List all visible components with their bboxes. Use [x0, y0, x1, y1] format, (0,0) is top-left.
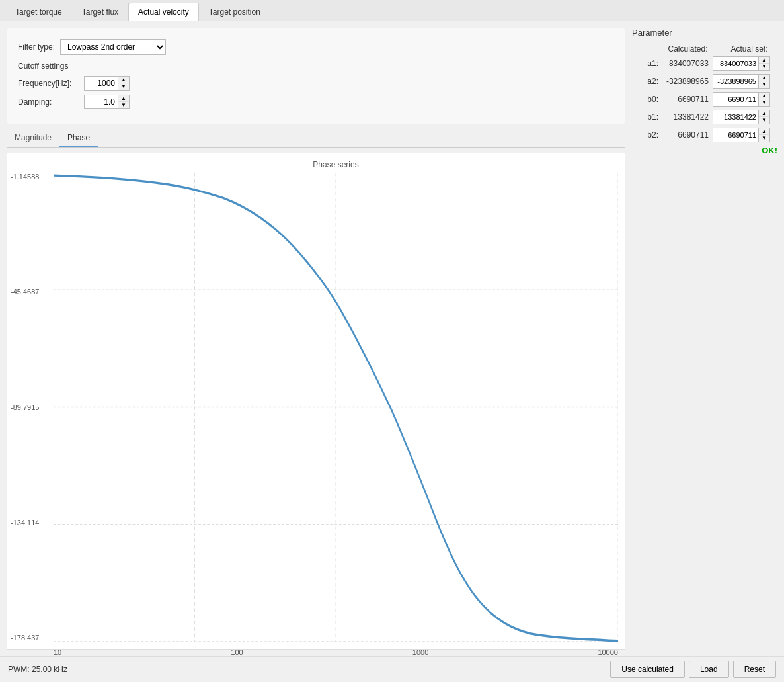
y-label-4: -178.437	[11, 634, 39, 642]
param-name-b1: b1:	[632, 112, 658, 122]
param-name-b0: b0:	[632, 95, 658, 104]
tab-actual-velocity[interactable]: Actual velocity	[128, 3, 199, 21]
param-name-a2: a2:	[632, 77, 658, 86]
frequency-spinner-btns: ▲ ▼	[118, 77, 129, 90]
right-panel: Parameter Calculated: Actual set: a1: 83…	[632, 28, 777, 650]
tab-target-flux[interactable]: Target flux	[72, 3, 128, 21]
damping-spinner-btns: ▲ ▼	[118, 95, 129, 108]
a2-spinner-btns: ▲ ▼	[758, 75, 769, 88]
param-row-a1: a1: 834007033 ▲ ▼	[632, 56, 777, 71]
tab-target-torque[interactable]: Target torque	[5, 3, 72, 21]
param-actual-b1[interactable]: ▲ ▼	[713, 110, 770, 124]
param-header-row: Calculated: Actual set:	[632, 44, 777, 54]
load-button[interactable]: Load	[689, 661, 729, 678]
tab-target-position[interactable]: Target position	[199, 3, 270, 21]
left-panel: Filter type: Lowpass 2nd order Highpass …	[7, 28, 625, 650]
chart-inner: -1.14588 -45.4687 -89.7915 -134.114 -178…	[54, 173, 618, 642]
reset-button[interactable]: Reset	[733, 661, 776, 678]
param-row-a2: a2: -323898965 ▲ ▼	[632, 74, 777, 89]
param-calc-b1: 13381422	[662, 112, 709, 122]
damping-input[interactable]	[85, 96, 118, 108]
param-name-b2: b2:	[632, 130, 658, 140]
x-label-2: 1000	[412, 648, 428, 656]
damping-row: Damping: ▲ ▼	[18, 95, 614, 109]
x-label-3: 10000	[598, 648, 618, 656]
b1-up-btn[interactable]: ▲	[759, 110, 769, 117]
frequency-input[interactable]	[85, 77, 118, 89]
chart-container: Phase series -1.14588 -45.4687 -89.7915 …	[7, 153, 625, 650]
frequency-row: Frequency[Hz]: ▲ ▼	[18, 76, 614, 91]
y-label-0: -1.14588	[11, 173, 39, 181]
b2-spinner-btns: ▲ ▼	[758, 128, 769, 142]
param-row-b2: b2: 6690711 ▲ ▼	[632, 128, 777, 142]
frequency-spinner[interactable]: ▲ ▼	[84, 76, 130, 91]
pwm-label: PWM: 25.00 kHz	[8, 665, 67, 674]
col-calculated-header: Calculated:	[660, 44, 716, 54]
damping-spinner[interactable]: ▲ ▼	[84, 95, 130, 109]
action-buttons: Use calculated Load Reset	[610, 661, 776, 678]
param-row-b1: b1: 13381422 ▲ ▼	[632, 110, 777, 124]
param-actual-b2[interactable]: ▲ ▼	[713, 128, 770, 142]
damping-down-btn[interactable]: ▼	[118, 102, 129, 108]
damping-up-btn[interactable]: ▲	[118, 95, 129, 102]
chart-title: Phase series	[54, 160, 618, 169]
b1-down-btn[interactable]: ▼	[759, 117, 769, 124]
b2-down-btn[interactable]: ▼	[759, 135, 769, 142]
chart-tab-magnitude[interactable]: Magnitude	[7, 130, 59, 147]
frequency-down-btn[interactable]: ▼	[118, 83, 129, 90]
x-label-1: 100	[231, 648, 243, 656]
a2-down-btn[interactable]: ▼	[759, 81, 769, 88]
a1-spinner-btns: ▲ ▼	[758, 57, 769, 70]
filter-type-select[interactable]: Lowpass 2nd order Highpass 1st order Low…	[60, 39, 166, 55]
phase-chart-svg	[54, 173, 618, 642]
param-actual-a1[interactable]: ▲ ▼	[713, 56, 770, 71]
y-axis-labels: -1.14588 -45.4687 -89.7915 -134.114 -178…	[11, 173, 39, 642]
a2-up-btn[interactable]: ▲	[759, 75, 769, 81]
filter-settings-box: Filter type: Lowpass 2nd order Highpass …	[7, 28, 625, 124]
b2-up-btn[interactable]: ▲	[759, 128, 769, 135]
b0-down-btn[interactable]: ▼	[759, 99, 769, 106]
y-label-3: -134.114	[11, 519, 39, 527]
chart-tabs: Magnitude Phase	[7, 130, 625, 148]
cutoff-section: Cutoff settings Frequency[Hz]: ▲ ▼ Dampi	[18, 62, 614, 109]
parameter-title: Parameter	[632, 28, 777, 38]
param-actual-b0[interactable]: ▲ ▼	[713, 92, 770, 107]
b0-spinner-btns: ▲ ▼	[758, 93, 769, 106]
param-calc-a1: 834007033	[662, 59, 709, 68]
b0-up-btn[interactable]: ▲	[759, 93, 769, 99]
x-label-0: 10	[54, 648, 61, 656]
param-actual-input-b2[interactable]	[713, 130, 758, 140]
a1-up-btn[interactable]: ▲	[759, 57, 769, 64]
use-calculated-button[interactable]: Use calculated	[610, 661, 685, 678]
chart-tab-phase[interactable]: Phase	[59, 130, 98, 147]
param-name-a1: a1:	[632, 59, 658, 68]
main-container: Target torque Target flux Actual velocit…	[0, 0, 784, 682]
a1-down-btn[interactable]: ▼	[759, 64, 769, 70]
param-actual-a2[interactable]: ▲ ▼	[713, 74, 770, 89]
param-calc-a2: -323898965	[662, 77, 709, 86]
x-axis-labels: 10 100 1000 10000	[54, 648, 618, 656]
filter-type-row: Filter type: Lowpass 2nd order Highpass …	[18, 39, 614, 55]
param-actual-input-a2[interactable]	[713, 76, 758, 87]
filter-type-label: Filter type:	[18, 42, 55, 52]
param-actual-input-b1[interactable]	[713, 112, 758, 122]
bottom-bar: PWM: 25.00 kHz Use calculated Load Reset	[0, 656, 784, 682]
y-label-2: -89.7915	[11, 404, 39, 411]
param-calc-b0: 6690711	[662, 95, 709, 104]
b1-spinner-btns: ▲ ▼	[758, 110, 769, 124]
cutoff-title: Cutoff settings	[18, 62, 614, 71]
tab-bar: Target torque Target flux Actual velocit…	[0, 0, 784, 21]
param-actual-input-a1[interactable]	[713, 58, 758, 69]
param-table: Calculated: Actual set: a1: 834007033 ▲ …	[632, 44, 777, 155]
param-actual-input-b0[interactable]	[713, 94, 758, 105]
content-area: Filter type: Lowpass 2nd order Highpass …	[0, 21, 784, 656]
param-row-b0: b0: 6690711 ▲ ▼	[632, 92, 777, 107]
ok-label: OK!	[632, 146, 777, 155]
param-calc-b2: 6690711	[662, 130, 709, 140]
damping-label: Damping:	[18, 97, 84, 107]
col-actual-header: Actual set:	[721, 44, 777, 54]
frequency-up-btn[interactable]: ▲	[118, 77, 129, 83]
frequency-label: Frequency[Hz]:	[18, 79, 84, 88]
y-label-1: -45.4687	[11, 288, 39, 296]
